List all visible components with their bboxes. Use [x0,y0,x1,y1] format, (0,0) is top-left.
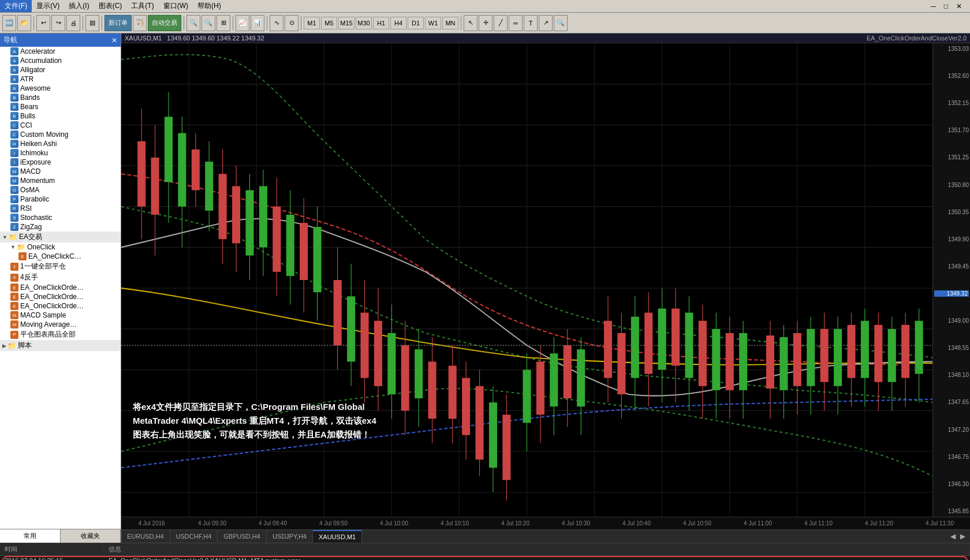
toolbar-profiles[interactable]: ▤ [85,15,99,31]
tf-d1[interactable]: D1 [408,17,424,29]
svg-rect-37 [219,174,227,239]
toolbar-chart-line[interactable]: 📈 [236,15,249,31]
chart-body[interactable]: 将ex4文件拷贝至指定目录下，C:\Program Files\FM Globa… [121,43,970,517]
tf-m15[interactable]: M15 [338,17,355,29]
nav-item-ea-pingcang[interactable]: P 平仓图表商品全部 [0,329,121,340]
indicator-icon: A [10,75,18,83]
nav-tab-favorites[interactable]: 收藏夹 [61,529,121,543]
toolbar-line[interactable]: ╱ [494,15,508,31]
nav-item-ichimoku[interactable]: I Ichimoku [0,148,121,158]
toolbar-period-sep[interactable]: ⊙ [285,15,299,31]
window-close[interactable]: ✕ [953,2,965,10]
nav-item-iexposure[interactable]: I iExposure [0,158,121,167]
navigator-tree[interactable]: A Accelerator A Accumulation A Alligator… [0,47,121,529]
nav-item-ea-oco2[interactable]: E EA_OneClickOrde… [0,292,121,301]
nav-item-scripts-folder[interactable]: ▶ 📁 脚本 [0,340,121,351]
nav-item-custom-moving[interactable]: C Custom Moving [0,130,121,139]
toolbar-arrows[interactable]: 🏹 [133,15,147,31]
chart-tab-gbpusd[interactable]: GBPUSD,H4 [218,531,267,542]
nav-item-macd[interactable]: M MACD [0,167,121,176]
nav-item-accelerator[interactable]: A Accelerator [0,47,121,56]
toolbar-crosshair[interactable]: ✛ [479,15,493,31]
menu-help[interactable]: 帮助(H) [193,0,226,12]
tf-m1[interactable]: M1 [304,17,320,29]
tf-h4[interactable]: H4 [390,17,406,29]
price-1350-80: 1350.80 [934,182,969,188]
window-minimize[interactable]: ─ [927,2,939,10]
indicator-icon: C [10,121,18,129]
toolbar-undo[interactable]: ↩ [36,15,50,31]
chart-tab-eurusd[interactable]: EURUSD,H4 [121,531,170,542]
toolbar-cursor[interactable]: ↖ [464,15,477,31]
auto-trade-button[interactable]: 自动交易 [148,15,181,31]
nav-item-zigzag[interactable]: Z ZigZag [0,222,121,232]
nav-item-momentum[interactable]: M Momentum [0,176,121,185]
chart-symbol: XAUUSD,M1 [125,35,162,42]
nav-item-bands[interactable]: B Bands [0,93,121,102]
nav-item-atr[interactable]: A ATR [0,74,121,84]
toolbar-print[interactable]: 🖨 [66,15,80,31]
menu-file[interactable]: 文件(F) [0,0,32,12]
menu-view[interactable]: 显示(V) [32,0,64,12]
toolbar-arrow[interactable]: ↗ [539,15,553,31]
chart-prices: 1349.60 1349.60 1349.22 1349.32 [167,35,264,42]
toolbar-zoom-out[interactable]: 🔍 [202,15,215,31]
toolbar-hline[interactable]: ═ [509,15,523,31]
nav-item-heiken[interactable]: H Heiken Ashi [0,139,121,148]
tf-mn[interactable]: MN [442,17,458,29]
toolbar-zoom-in[interactable]: 🔍 [186,15,200,31]
nav-item-ea-ma[interactable]: M Moving Average… [0,320,121,329]
nav-label: MACD Sample [20,311,66,319]
nav-item-oneclick-folder[interactable]: ▼ 📁 OneClick [0,242,121,252]
nav-item-alligator[interactable]: A Alligator [0,65,121,74]
nav-item-awesome[interactable]: A Awesome [0,84,121,93]
chart-tab-prev[interactable]: ◀ [948,531,958,542]
nav-item-osma[interactable]: O OsMA [0,185,121,195]
toolbar-chart-auto[interactable]: ⊞ [217,15,230,31]
nav-item-rsi[interactable]: R RSI [0,204,121,213]
svg-rect-103 [699,321,707,386]
menu-chart[interactable]: 图表(C) [94,0,127,12]
nav-item-stochastic[interactable]: S Stochastic [0,213,121,222]
chart-tab-usdjpy[interactable]: USDJPY,H4 [267,531,313,542]
toolbar-text[interactable]: T [524,15,538,31]
nav-item-ea-oneclick1[interactable]: E EA_OneClickC… [0,252,121,261]
toolbar-search[interactable]: 🔍 [554,15,568,31]
nav-item-ea-macd-sample[interactable]: M MACD Sample [0,311,121,320]
chart-tab-xauusd[interactable]: XAUUSD,M1 [313,530,362,543]
nav-tab-common[interactable]: 常用 [0,529,61,543]
svg-rect-133 [915,321,923,374]
nav-item-ea-oco1[interactable]: E EA_OneClickOrde… [0,283,121,292]
menu-insert[interactable]: 插入(I) [64,0,94,12]
chart-tab-next[interactable]: ▶ [958,531,968,542]
svg-rect-31 [178,133,186,207]
nav-item-ea-oco3[interactable]: E EA_OneClickOrde… [0,301,121,311]
toolbar-chart-bar[interactable]: 📊 [251,15,264,31]
toolbar-new[interactable]: 🆕 [2,15,16,31]
nav-item-ea-1key[interactable]: 1 1一键全部平仓 [0,261,121,272]
nav-item-cci[interactable]: C CCI [0,121,121,130]
tf-w1[interactable]: W1 [425,17,441,29]
tf-h1[interactable]: H1 [373,17,389,29]
nav-item-bulls[interactable]: B Bulls [0,111,121,121]
svg-rect-25 [137,141,146,207]
new-order-button[interactable]: 新订单 [105,15,132,31]
nav-item-parabolic[interactable]: P Parabolic [0,195,121,204]
indicator-icon: I [10,158,18,166]
toolbar-indicators[interactable]: ∿ [270,15,283,31]
chart-tab-usdchf[interactable]: USDCHF,H4 [170,531,218,542]
toolbar-redo[interactable]: ↪ [51,15,65,31]
nav-item-ea-folder[interactable]: ▼ 📁 EA交易 [0,232,121,242]
menu-tools[interactable]: 工具(T) [126,0,158,12]
nav-item-accumulation[interactable]: A Accumulation [0,56,121,65]
navigator-close[interactable]: ✕ [111,36,117,44]
menu-window[interactable]: 窗口(W) [159,0,193,12]
tf-m30[interactable]: M30 [356,17,372,29]
price-1348-10: 1348.10 [934,372,969,378]
toolbar-open[interactable]: 📂 [17,15,31,31]
nav-item-bears[interactable]: B Bears [0,102,121,111]
window-restore[interactable]: □ [941,2,952,10]
nav-item-ea-4fan[interactable]: 4 4反手 [0,272,121,283]
tf-m5[interactable]: M5 [321,17,337,29]
nav-label: 4反手 [20,272,38,282]
